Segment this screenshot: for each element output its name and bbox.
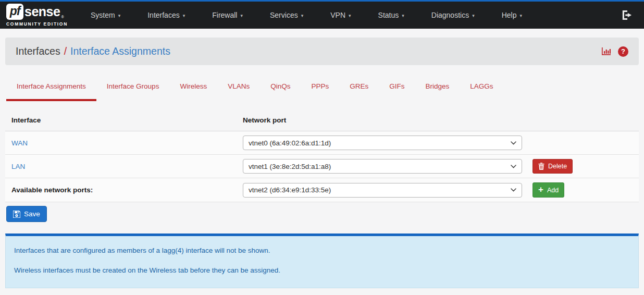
registered-mark: ® xyxy=(61,15,64,20)
caret-down-icon: ▾ xyxy=(118,13,121,18)
delete-button[interactable]: Delete xyxy=(532,159,573,174)
header-actions: ? xyxy=(601,46,628,57)
chevron-down-icon xyxy=(511,188,516,192)
chevron-down-icon xyxy=(511,141,516,145)
interface-cell: WAN xyxy=(11,139,243,147)
page-header: Interfaces / Interface Assignments ? xyxy=(5,38,639,65)
nav-item-services[interactable]: Services▾ xyxy=(256,2,317,29)
nav-item-status[interactable]: Status▾ xyxy=(365,2,418,29)
nav-item-label: Status xyxy=(378,11,399,19)
breadcrumb-page-link[interactable]: Interface Assignments xyxy=(70,45,170,57)
nav-item-vpn[interactable]: VPN▾ xyxy=(317,2,364,29)
bar-chart-icon xyxy=(601,47,611,56)
tab-wireless[interactable]: Wireless xyxy=(169,82,217,101)
wan-interface-link[interactable]: WAN xyxy=(11,139,28,147)
pfsense-logo[interactable]: pf sense ® COMMUNITY EDITION xyxy=(6,4,68,27)
floppy-disk-icon xyxy=(13,211,20,218)
info-note-lagg: Interfaces that are configured as member… xyxy=(14,247,630,254)
nav-item-help[interactable]: Help▾ xyxy=(488,2,536,29)
caret-down-icon: ▾ xyxy=(402,13,404,18)
interface-assignments-table: Interface Network port WAN vtnet0 (6a:49… xyxy=(5,110,639,202)
tab-gifs[interactable]: GIFs xyxy=(379,82,415,101)
plus-icon: + xyxy=(538,185,543,194)
nav-item-label: Help xyxy=(502,11,517,19)
lan-port-select[interactable]: vtnet1 (3e:8e:2d:5d:a1:a8) xyxy=(243,159,522,174)
nav-item-firewall[interactable]: Firewall▾ xyxy=(199,2,256,29)
tab-vlans[interactable]: VLANs xyxy=(217,82,260,101)
network-port-cell: vtnet2 (d6:34:e9:1d:33:5e) + Add xyxy=(243,182,633,198)
trash-icon xyxy=(538,163,544,170)
selected-option-label: vtnet1 (3e:8e:2d:5d:a1:a8) xyxy=(249,163,331,170)
pfsense-logo-text: sense xyxy=(24,5,60,18)
nav-item-label: Diagnostics xyxy=(431,11,469,19)
table-row-wan: WAN vtnet0 (6a:49:02:6a:d1:1d) xyxy=(5,131,639,155)
status-monitoring-button[interactable] xyxy=(601,47,611,56)
info-alert: Interfaces that are configured as member… xyxy=(5,233,639,288)
tab-laggs[interactable]: LAGGs xyxy=(460,82,503,101)
top-navbar: pf sense ® COMMUNITY EDITION System▾ Int… xyxy=(0,0,644,29)
network-port-cell: vtnet1 (3e:8e:2d:5d:a1:a8) Delete xyxy=(243,159,633,174)
table-row-available-ports: Available network ports: vtnet2 (d6:34:e… xyxy=(5,178,639,202)
tab-interface-groups[interactable]: Interface Groups xyxy=(96,82,170,101)
help-button[interactable]: ? xyxy=(618,46,628,57)
available-port-select[interactable]: vtnet2 (d6:34:e9:1d:33:5e) xyxy=(243,183,522,198)
selected-option-label: vtnet0 (6a:49:02:6a:d1:1d) xyxy=(249,139,331,147)
tab-qinqs[interactable]: QinQs xyxy=(260,82,301,101)
interface-cell: Available network ports: xyxy=(11,186,243,194)
selected-option-label: vtnet2 (d6:34:e9:1d:33:5e) xyxy=(249,186,331,194)
breadcrumb-section: Interfaces xyxy=(16,45,60,57)
breadcrumb: Interfaces / Interface Assignments xyxy=(16,45,170,57)
logout-button[interactable] xyxy=(619,8,635,22)
caret-down-icon: ▾ xyxy=(349,13,351,18)
nav-item-label: Firewall xyxy=(212,11,237,19)
save-button-label: Save xyxy=(24,210,40,218)
nav-item-label: Services xyxy=(270,11,298,19)
caret-down-icon: ▾ xyxy=(519,13,522,18)
available-ports-label: Available network ports: xyxy=(11,186,93,194)
tab-ppps[interactable]: PPPs xyxy=(301,82,339,101)
network-port-cell: vtnet0 (6a:49:02:6a:d1:1d) xyxy=(243,136,633,150)
pf-logo-mark: pf xyxy=(6,4,23,20)
wan-port-select[interactable]: vtnet0 (6a:49:02:6a:d1:1d) xyxy=(243,136,522,150)
tab-interface-assignments[interactable]: Interface Assignments xyxy=(6,82,96,101)
add-button[interactable]: + Add xyxy=(532,182,564,198)
column-header-interface: Interface xyxy=(11,116,243,124)
info-note-wireless: Wireless interfaces must be created on t… xyxy=(14,266,630,274)
column-header-network-port: Network port xyxy=(243,116,286,124)
subnav-tabs: Interface Assignments Interface Groups W… xyxy=(6,82,638,101)
main-menu: System▾ Interfaces▾ Firewall▾ Services▾ … xyxy=(77,2,619,29)
tab-bridges[interactable]: Bridges xyxy=(415,82,460,101)
nav-item-label: System xyxy=(91,11,115,19)
caret-down-icon: ▾ xyxy=(472,13,475,18)
delete-button-label: Delete xyxy=(548,163,567,170)
nav-item-system[interactable]: System▾ xyxy=(77,2,134,29)
breadcrumb-separator: / xyxy=(64,45,67,57)
chevron-down-icon xyxy=(511,165,516,168)
save-button[interactable]: Save xyxy=(6,206,47,222)
caret-down-icon: ▾ xyxy=(240,13,243,18)
caret-down-icon: ▾ xyxy=(183,13,185,18)
lan-interface-link[interactable]: LAN xyxy=(11,163,25,170)
sign-out-icon xyxy=(621,10,633,20)
add-button-label: Add xyxy=(547,187,559,194)
nav-item-label: Interfaces xyxy=(147,11,179,19)
question-icon: ? xyxy=(621,47,625,55)
nav-item-label: VPN xyxy=(330,11,345,19)
interface-cell: LAN xyxy=(11,163,243,170)
nav-item-interfaces[interactable]: Interfaces▾ xyxy=(134,2,199,29)
nav-item-diagnostics[interactable]: Diagnostics▾ xyxy=(418,2,488,29)
pfsense-logo-wordmark: pf sense ® xyxy=(6,4,68,20)
table-row-lan: LAN vtnet1 (3e:8e:2d:5d:a1:a8) Delete xyxy=(5,155,639,178)
table-header-row: Interface Network port xyxy=(5,110,639,131)
community-edition-label: COMMUNITY EDITION xyxy=(6,21,68,27)
tab-gres[interactable]: GREs xyxy=(339,82,379,101)
caret-down-icon: ▾ xyxy=(301,13,304,18)
